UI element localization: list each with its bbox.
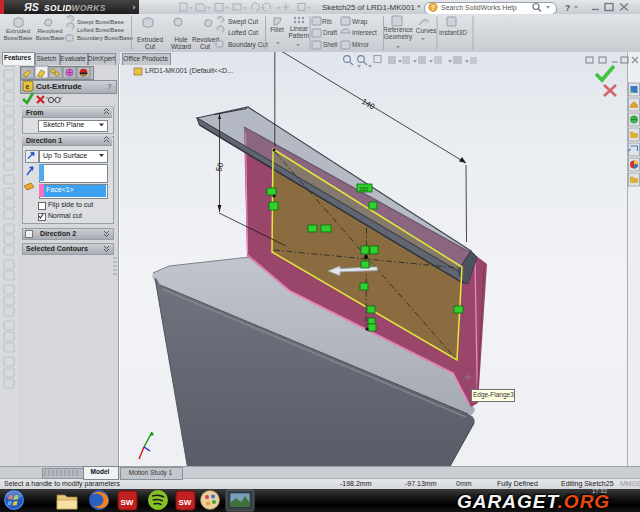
svg-text:SW: SW [179, 498, 192, 507]
svg-text:140: 140 [360, 97, 377, 112]
svg-text:150: 150 [359, 186, 368, 192]
svg-text:?: ? [565, 3, 570, 13]
svg-text:50: 50 [214, 161, 225, 172]
svg-text:e: e [26, 83, 30, 90]
svg-text:?: ? [431, 4, 435, 11]
svg-text:ЯS: ЯS [23, 1, 39, 13]
svg-text:SW: SW [121, 498, 134, 507]
svg-text:SOLIDWORKS: SOLIDWORKS [44, 3, 106, 13]
